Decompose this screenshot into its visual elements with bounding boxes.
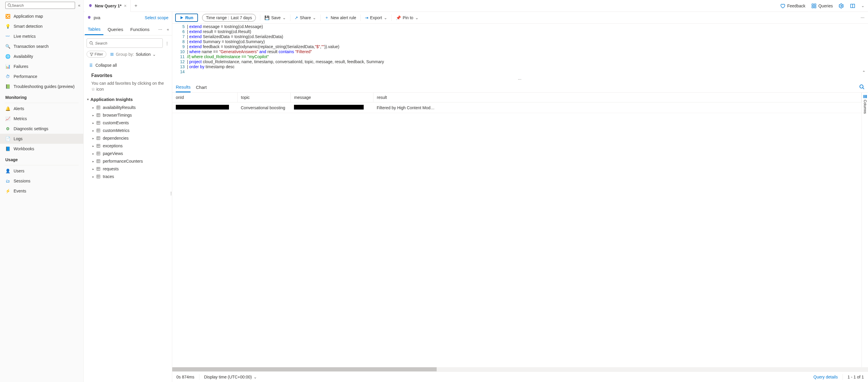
new-alert-button[interactable]: ＋New alert rule (325, 15, 356, 21)
nav-search[interactable] (5, 2, 75, 9)
nav-icon: 👤 (5, 169, 10, 173)
feedback-button[interactable]: Feedback (780, 3, 805, 8)
left-nav-sidebar: « 🔀Application map💡Smart detection〰Live … (0, 0, 84, 382)
chevron-down-icon[interactable]: ⌄ (861, 4, 864, 8)
table-row[interactable]: Conversational boostingFiltered by High … (172, 102, 862, 113)
caret-right-icon: ▸ (92, 175, 94, 178)
search-results-icon[interactable] (859, 84, 864, 90)
tables-search-input[interactable] (95, 41, 160, 45)
nav-item[interactable]: 📘Workbooks (0, 144, 83, 154)
editor-gutter: 567891011121314 (172, 24, 187, 77)
panel-icon[interactable] (850, 3, 855, 8)
results-grid[interactable]: onIdtopicmessageresult Conversational bo… (172, 93, 862, 367)
filter-button[interactable]: Filter (87, 51, 106, 58)
select-scope-link[interactable]: Select scope (145, 15, 168, 20)
columns-panel-toggle[interactable]: Columns (862, 93, 868, 367)
tables-search[interactable] (87, 38, 163, 48)
tree-item[interactable]: ▸availabilityResults (84, 104, 172, 111)
close-icon[interactable]: ✕ (124, 4, 127, 8)
column-header[interactable]: message (290, 93, 373, 102)
kql-editor[interactable]: 567891011121314 | extend message = tostr… (172, 24, 868, 77)
nav-item-label: Performance (13, 74, 37, 79)
run-button[interactable]: Run (175, 13, 198, 22)
nav-icon: 〰 (5, 34, 10, 39)
nav-item[interactable]: 🔔Alerts (0, 104, 83, 114)
tree-item[interactable]: ▸customMetrics (84, 127, 172, 134)
more-icon[interactable]: ⋮ (165, 41, 169, 45)
table-icon (96, 113, 100, 117)
share-button[interactable]: ↗Share⌄ (294, 15, 316, 20)
tree-item[interactable]: ▸performanceCounters (84, 158, 172, 165)
query-duration: 0s 874ms (176, 375, 194, 379)
table-icon (96, 144, 100, 148)
nav-icon: 📘 (5, 146, 10, 151)
inner-tab[interactable]: Functions (127, 24, 152, 35)
nav-icon: 📄 (5, 136, 10, 141)
nav-item-label: Application map (13, 14, 43, 19)
nav-icon: 🗂 (5, 179, 10, 183)
caret-right-icon: ▸ (92, 137, 94, 140)
tree-section-application-insights[interactable]: ▾ Application Insights (84, 96, 172, 104)
chevron-down-icon: ⌄ (282, 15, 286, 20)
nav-search-input[interactable] (11, 3, 73, 8)
display-time-selector[interactable]: Display time (UTC+00:00)⌄ (204, 375, 257, 379)
collapse-all-button[interactable]: Collapse all (84, 60, 172, 71)
svg-rect-7 (97, 106, 100, 109)
nav-item[interactable]: 👤Users (0, 166, 83, 176)
collapse-sidebar-icon[interactable]: « (78, 3, 80, 8)
export-button[interactable]: ⇥Export⌄ (365, 15, 387, 20)
tree-item[interactable]: ▸exceptions (84, 142, 172, 150)
inner-tab[interactable]: Tables (85, 24, 103, 35)
tab-results[interactable]: Results (176, 82, 191, 93)
nav-item[interactable]: 〰Live metrics (0, 31, 83, 41)
tab-chart[interactable]: Chart (196, 82, 207, 93)
add-tab-button[interactable]: ＋ (131, 3, 141, 9)
groupby-selector[interactable]: Group by: Solution ⌄ (110, 52, 156, 57)
tree-item[interactable]: ▸customEvents (84, 119, 172, 127)
inner-tab[interactable]: Queries (104, 24, 126, 35)
chevron-down-icon: ⌄ (152, 52, 156, 57)
pin-button[interactable]: 📌Pin to⌄ (396, 15, 418, 20)
column-header[interactable]: onId (172, 93, 237, 102)
nav-item-label: Users (13, 169, 25, 173)
nav-icon: ⚡ (5, 188, 10, 194)
tree-item[interactable]: ▸dependencies (84, 134, 172, 142)
collapse-editor-icon[interactable]: ⌃ (862, 70, 866, 75)
table-icon (96, 151, 100, 155)
nav-item[interactable]: 🌐Availability (0, 51, 83, 61)
svg-point-44 (860, 85, 863, 88)
nav-item[interactable]: ⚡Events (0, 186, 83, 196)
tree-item[interactable]: ▸requests (84, 165, 172, 173)
time-range-selector[interactable]: Time range : Last 7 days (202, 14, 256, 22)
tree-item[interactable]: ▸pageViews (84, 150, 172, 158)
editor-code[interactable]: | extend message = tostring(cd.Message)|… (187, 24, 868, 77)
nav-item[interactable]: 📄Logs (0, 134, 83, 144)
query-tab[interactable]: New Query 1* ✕ (85, 0, 131, 12)
split-handle[interactable]: ⋯ (172, 77, 868, 82)
more-icon[interactable]: ⋯ (861, 15, 865, 20)
tree-item[interactable]: ▸browserTimings (84, 111, 172, 119)
nav-item[interactable]: ⚙Diagnostic settings (0, 124, 83, 134)
nav-item[interactable]: 🗂Sessions (0, 176, 83, 186)
nav-item[interactable]: 💡Smart detection (0, 21, 83, 31)
datasource-selector[interactable]: pva (87, 15, 100, 20)
nav-item[interactable]: 📗Troubleshooting guides (preview) (0, 81, 83, 92)
queries-button[interactable]: Queries (811, 3, 833, 8)
collapse-panel-icon[interactable]: « (165, 27, 171, 32)
horizontal-scrollbar[interactable] (172, 367, 868, 371)
nav-item[interactable]: 🔀Application map (0, 11, 83, 21)
save-button[interactable]: 💾Save⌄ (265, 15, 286, 20)
svg-line-3 (92, 44, 93, 45)
query-details-link[interactable]: Query details (813, 375, 838, 379)
column-header[interactable]: topic (237, 93, 290, 102)
column-header[interactable]: result (373, 93, 862, 102)
more-icon[interactable]: ⋯ (157, 27, 164, 32)
svg-rect-39 (812, 6, 813, 8)
nav-item[interactable]: 🔍Transaction search (0, 41, 83, 51)
nav-item[interactable]: 📊Failures (0, 61, 83, 71)
tree-item[interactable]: ▸traces (84, 173, 172, 180)
query-toolbar: Run Time range : Last 7 days 💾Save⌄ ↗Sha… (172, 12, 868, 24)
settings-icon[interactable] (839, 3, 844, 8)
nav-item[interactable]: ⏱Performance (0, 71, 83, 81)
nav-item[interactable]: 📈Metrics (0, 114, 83, 124)
